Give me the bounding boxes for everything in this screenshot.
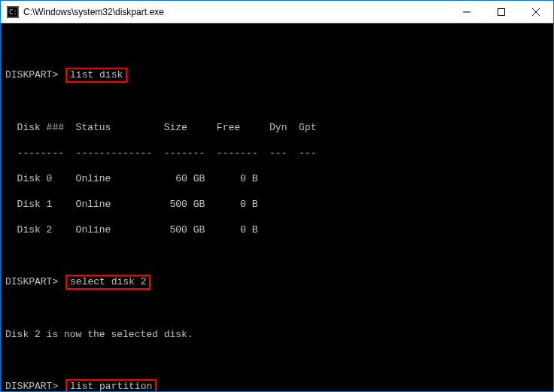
- svg-rect-3: [498, 8, 505, 15]
- prompt: DISKPART>: [5, 276, 58, 287]
- table-row: Disk 0 Online 60 GB 0 B: [5, 172, 549, 185]
- close-button[interactable]: [519, 1, 553, 23]
- cmd-list-disk: list disk: [65, 68, 127, 83]
- minimize-button[interactable]: [449, 1, 484, 23]
- window-title: C:\Windows\system32\diskpart.exe: [23, 7, 449, 17]
- prompt: DISKPART>: [5, 381, 58, 391]
- disk-table-header: Disk ### Status Size Free Dyn Gpt: [5, 121, 549, 134]
- window-controls: [449, 1, 553, 23]
- app-icon: C:: [7, 6, 19, 18]
- table-row: Disk 1 Online 500 GB 0 B: [5, 198, 549, 211]
- svg-text:C:: C:: [9, 8, 17, 16]
- cmd-select-disk: select disk 2: [65, 275, 151, 290]
- console-area[interactable]: DISKPART> list disk Disk ### Status Size…: [1, 23, 553, 391]
- titlebar[interactable]: C: C:\Windows\system32\diskpart.exe: [1, 1, 553, 23]
- maximize-button[interactable]: [484, 1, 519, 23]
- prompt: DISKPART>: [5, 69, 58, 81]
- window-frame: C: C:\Windows\system32\diskpart.exe DISK…: [0, 0, 554, 392]
- table-row: Disk 2 Online 500 GB 0 B: [5, 223, 549, 236]
- msg-disk-selected: Disk 2 is now the selected disk.: [5, 328, 549, 341]
- disk-table-divider: -------- ------------- ------- ------- -…: [5, 147, 549, 160]
- cmd-list-partition: list partition: [65, 379, 157, 391]
